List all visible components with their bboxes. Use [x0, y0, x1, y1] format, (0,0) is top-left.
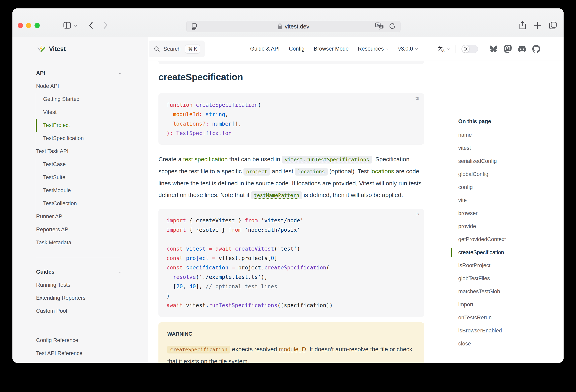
forward-button[interactable] — [103, 21, 108, 29]
reload-icon[interactable] — [389, 23, 396, 30]
sidebar-item-custom-pool[interactable]: Custom Pool — [12, 304, 148, 318]
sidebar-item-reporters-api[interactable]: Reporters API — [12, 223, 148, 236]
sidebar-item-testmodule[interactable]: TestModule — [36, 184, 148, 197]
toc-item-vitest[interactable]: vitest — [451, 142, 551, 155]
svg-text:A: A — [442, 49, 445, 53]
chevron-down-icon — [385, 47, 389, 51]
toc-item-browser[interactable]: browser — [451, 207, 551, 220]
sidebar-item-guides[interactable]: Guides — [12, 265, 148, 278]
sidebar-chevron-icon[interactable] — [74, 24, 78, 27]
theme-toggle[interactable] — [461, 45, 478, 53]
discord-icon[interactable] — [518, 45, 526, 53]
doc-link[interactable]: locations — [371, 168, 394, 175]
sidebar-item-testcollection[interactable]: TestCollection — [36, 197, 148, 210]
code-block-1-code: function createSpecification( moduleId: … — [167, 100, 416, 138]
page-content: Search ⌘ K Guide & APIConfigBrowser Mode… — [148, 37, 564, 363]
url-text: vitest.dev — [285, 23, 310, 30]
sidebar-item-api[interactable]: API — [12, 67, 148, 80]
sidebar-item-testspecification[interactable]: TestSpecification — [36, 132, 148, 145]
sidebar-divider — [36, 326, 120, 326]
nav-config[interactable]: Config — [289, 46, 304, 52]
sidebar-item-test-api-reference[interactable]: Test API Reference — [12, 347, 148, 360]
toc-item-vite[interactable]: vite — [451, 194, 551, 207]
toc-item-createspecification[interactable]: createSpecification — [451, 246, 551, 259]
tab-overview-icon[interactable] — [548, 21, 558, 30]
search-label: Search — [163, 46, 181, 52]
sidebar-item-task-metadata[interactable]: Task Metadata — [12, 236, 148, 249]
sidebar-item-extending-reporters[interactable]: Extending Reporters — [12, 292, 148, 304]
sidebar-item-testsuite[interactable]: TestSuite — [36, 171, 148, 184]
sun-icon — [463, 47, 468, 51]
code-lang-badge: ts — [416, 211, 419, 216]
language-menu-button[interactable]: A — [438, 45, 450, 53]
share-icon[interactable] — [518, 21, 526, 30]
sidebar-item-testcase[interactable]: TestCase — [36, 158, 148, 171]
address-bar[interactable]: vitest.dev A — [186, 21, 401, 32]
svg-text:A: A — [377, 23, 379, 27]
intro-paragraph: Create a test specification that can be … — [158, 153, 424, 201]
sidebar-item-config-reference[interactable]: Config Reference — [12, 334, 148, 347]
nav-links: Guide & APIConfigBrowser ModeResourcesv3… — [250, 46, 427, 52]
bluesky-icon[interactable] — [489, 45, 498, 53]
toc-title: On this page — [451, 115, 551, 129]
toc-item-matchestestglob[interactable]: matchesTestGlob — [451, 285, 551, 298]
warning-body: createSpecification expects resolved mod… — [167, 343, 415, 363]
toc-item-globtestfiles[interactable]: globTestFiles — [451, 272, 551, 285]
sidebar-item-running-tests[interactable]: Running Tests — [12, 278, 148, 292]
brand-name: Vitest — [49, 45, 66, 53]
text-run: Create a — [158, 156, 183, 162]
navbar-divider — [432, 45, 433, 53]
sidebar-toggle-icon[interactable] — [63, 22, 71, 29]
sidebar-item-test-task-api[interactable]: Test Task API — [12, 145, 148, 158]
toc-item-name[interactable]: name — [451, 129, 551, 142]
doc-link[interactable]: testNamePattern — [251, 191, 302, 199]
doc-link[interactable]: test specification — [183, 156, 228, 162]
maximize-window-button[interactable] — [34, 23, 40, 28]
toc-item-globalconfig[interactable]: globalConfig — [451, 168, 551, 181]
toc-list: namevitestserializedConfigglobalConfigco… — [451, 129, 551, 350]
toc-item-import[interactable]: import — [451, 298, 551, 311]
github-icon[interactable] — [532, 45, 540, 53]
mastodon-icon[interactable] — [504, 45, 512, 53]
chevron-down-icon — [415, 47, 418, 51]
toc-item-getprovidedcontext[interactable]: getProvidedContext — [451, 233, 551, 246]
text-run: (optional). Test — [328, 168, 371, 175]
back-button[interactable] — [88, 21, 93, 29]
toc-item-ontestsrerun[interactable]: onTestsRerun — [451, 311, 551, 324]
translate-icon[interactable]: A — [375, 22, 384, 31]
toc-item-provide[interactable]: provide — [451, 220, 551, 233]
toc-item-isbrowserenabled[interactable]: isBrowserEnabled — [451, 324, 551, 337]
search-shortcut: ⌘ K — [185, 45, 200, 54]
nav-guide-api[interactable]: Guide & API — [250, 46, 280, 52]
safari-window: vitest.dev A — [12, 8, 564, 363]
toc-item-isrootproject[interactable]: isRootProject — [451, 259, 551, 272]
toc-item-serializedconfig[interactable]: serializedConfig — [451, 155, 551, 168]
toc-item-config[interactable]: config — [451, 181, 551, 194]
code-block-2: ts import { createVitest } from 'vitest/… — [158, 209, 424, 317]
search-button[interactable]: Search ⌘ K — [149, 40, 205, 57]
site-navbar: Search ⌘ K Guide & APIConfigBrowser Mode… — [148, 37, 564, 61]
brand[interactable]: Vitest — [12, 37, 148, 61]
sidebar-item-vitest[interactable]: Vitest — [36, 106, 148, 119]
close-window-button[interactable] — [18, 23, 23, 28]
sidebar-divider — [36, 257, 120, 257]
doc-link[interactable]: module ID — [279, 346, 306, 353]
doc-link[interactable]: vitest.runTestSpecifications — [282, 156, 372, 163]
new-tab-icon[interactable] — [533, 21, 542, 30]
sidebar-item-node-api[interactable]: Node API — [12, 80, 148, 93]
page-title: createSpecification — [158, 71, 424, 83]
minimize-window-button[interactable] — [26, 23, 31, 28]
sidebar-item-getting-started[interactable]: Getting Started — [36, 93, 148, 106]
sidebar-item-testproject[interactable]: TestProject — [36, 119, 148, 132]
sidebar-item-runner-api[interactable]: Runner API — [12, 210, 148, 223]
desktop-background: { "browser": { "domain": "vitest.dev" },… — [0, 0, 576, 392]
on-this-page: On this page namevitestserializedConfigg… — [451, 115, 551, 350]
toc-item-close[interactable]: close — [451, 337, 551, 350]
inline-code: project — [243, 168, 270, 176]
nav-resources[interactable]: Resources — [358, 46, 389, 52]
browser-toolbar: vitest.dev A — [12, 8, 564, 37]
vitest-logo-icon — [37, 45, 46, 53]
nav-browser-mode[interactable]: Browser Mode — [314, 46, 348, 52]
nav-v3-0-0[interactable]: v3.0.0 — [398, 46, 418, 52]
text-run: expects resolved — [230, 346, 279, 353]
